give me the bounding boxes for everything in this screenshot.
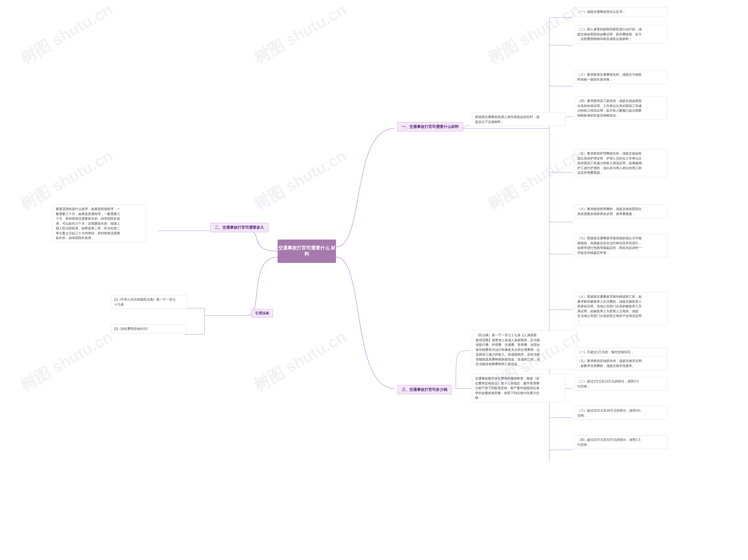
watermark-1: 树图 shutu.cn — [16, 0, 117, 70]
branch-2-label: 二、交通事故打官司需要多久 — [215, 225, 264, 230]
leaf-b1-9: （九）要求赔偿其他损失的，须提交相关证明，如要求住宿费的，须提交相关凭据等。 — [574, 356, 668, 370]
leaf-b3-4: （四）超过20万元至50万元的部分，按照1.5%交纳； — [574, 435, 668, 449]
watermark-7: 树图 shutu.cn — [16, 326, 117, 396]
watermark-6: 树图 shutu.cn — [484, 145, 584, 215]
leaf-b1-6: （六）要求赔偿营养费的，须提交就诊医院出具的需要加强营养的证明、营养费票据； — [574, 205, 668, 218]
leaf-b1-4: （四）要求赔偿误工损失的，须提交就诊医院出具的休假证明、工作单位出具的因误工所减… — [574, 96, 668, 120]
cite-branch: 引用法条 — [251, 309, 273, 318]
cite-item-1: [1]《中华人民共和国民法典》第一千一百七十九条 — [111, 295, 187, 309]
leaf-b3-intro: 交通事故案件诉讼费用的缴纳标准，根据《诉讼费用交纳办法》第十三条指定，案件受理费… — [472, 374, 565, 402]
leaf-b2: 要看适用的是什么程序，如果是简易程序，一般需要三个月，如果是普通程序，一般需要六… — [53, 205, 146, 242]
leaf-b1-intro: 因道路交通事故造成人身伤害提起诉讼时，须提交以下证据材料： — [472, 113, 565, 126]
leaf-b3-3: （三）超过10万元至20万元的部分，按照2%交纳； — [574, 406, 668, 420]
leaf-b3-2: （二）超过1万元至10万元的部分，按照2.5%交纳； — [574, 377, 668, 391]
watermark-5: 树图 shutu.cn — [250, 145, 350, 215]
watermark-3: 树图 shutu.cn — [484, 0, 584, 70]
branch-node-3: 三、交通事故打官司多少钱 — [397, 385, 452, 394]
branch-node-2: 二、交通事故打官司需要多久 — [210, 223, 268, 232]
branch-node-1: 一、交通事故打官司需要什么材料 — [397, 122, 463, 132]
leaf-b1-7: （七）因道路交通事故导致伤残的或认为可能致残的，伤残鉴定应在治疗终结完毕后进行，… — [574, 234, 668, 257]
mind-map-lines — [0, 0, 748, 560]
branch-1-label: 一、交通事故打官司需要什么材料 — [402, 124, 459, 129]
watermark-8: 树图 shutu.cn — [250, 326, 350, 396]
cite-item-2: [2]《诉讼费用交纳办法》 — [111, 324, 187, 333]
leaf-b1-8: （八）因道路交通事故导致伤残或死亡的，如要求赔偿被抚养人生活费的，须提交被抚养人… — [574, 292, 668, 325]
center-node: 交通事故打官司需要什么 材料 — [278, 239, 336, 263]
leaf-b1-1: （一）道路交通事故责任认定书； — [574, 7, 668, 16]
watermark-2: 树图 shutu.cn — [250, 0, 350, 70]
center-label: 交通事故打官司需要什么 材料 — [278, 245, 336, 257]
leaf-b1-5: （五）要求赔偿护理费损失的，须提交就诊医院出具的护理证明、护理人员所在工作单位出… — [574, 149, 668, 177]
civil-node: 《民法典》第一千一百七十九条【人身损害赔偿范围】侵害他人造成人身损害的，应当赔偿… — [472, 330, 577, 369]
leaf-b1-3: （三）要求赔偿交通费损失的，须提交与就医时间相一致的车票存根； — [574, 70, 668, 84]
leaf-b1-2: （二）因人身受到损害到医院进行治疗的，须提交就诊医院的诊断证明、医药费收据、处方… — [574, 25, 668, 44]
branch-3-label: 三、交通事故打官司多少钱 — [402, 387, 447, 392]
leaf-b3-1: （一）不超过1万元的，每件交纳50元； — [574, 348, 668, 357]
